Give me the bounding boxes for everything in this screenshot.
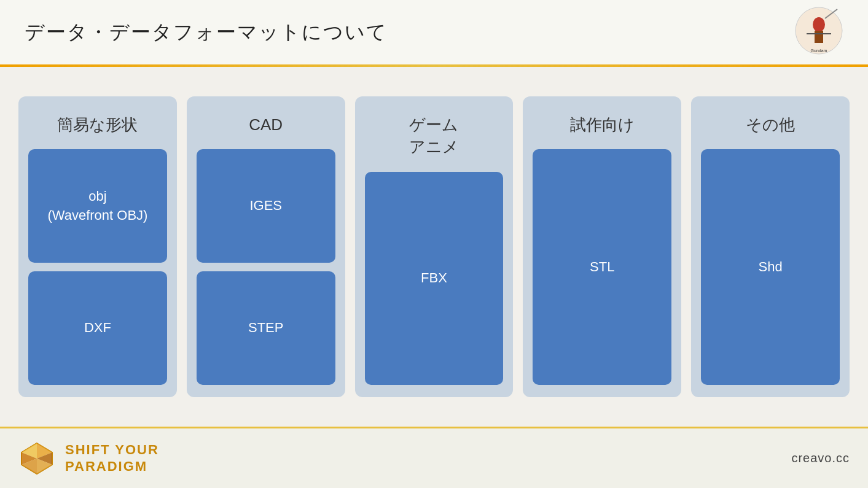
main-content: 簡易な形状 obj(Wavefront OBJ) DXF CAD IGES ST… (0, 67, 868, 427)
footer-logo-line1: SHIFT YOUR (65, 442, 159, 458)
header: データ・データフォーマットについて Gundam (0, 0, 868, 64)
format-obj: obj(Wavefront OBJ) (28, 149, 167, 263)
category-simple-shape: 簡易な形状 obj(Wavefront OBJ) DXF (18, 96, 177, 397)
svg-point-1 (813, 17, 825, 32)
footer-logo-line2: PARADIGM (65, 459, 159, 474)
svg-rect-2 (815, 31, 823, 43)
format-dxf: DXF (28, 271, 167, 385)
category-prototype: 試作向け STL (523, 96, 681, 397)
category-game-anime: ゲームアニメ FBX (355, 96, 514, 397)
category-title-prototype: 試作向け (570, 109, 635, 141)
header-logo: Gundam (794, 6, 843, 55)
category-title-simple: 簡易な形状 (57, 109, 138, 141)
category-other: その他 Shd (691, 96, 850, 397)
footer-logo-text: SHIFT YOUR PARADIGM (65, 442, 159, 474)
footer-right-text: creavo.cc (791, 451, 850, 465)
category-cad: CAD IGES STEP (187, 96, 345, 397)
footer: SHIFT YOUR PARADIGM creavo.cc (0, 427, 868, 488)
category-title-cad: CAD (249, 109, 283, 141)
footer-logo-icon (18, 440, 55, 477)
svg-text:Gundam: Gundam (811, 48, 827, 53)
category-title-other: その他 (746, 109, 795, 141)
format-fbx: FBX (365, 172, 504, 385)
format-stl: STL (533, 149, 671, 385)
format-iges: IGES (197, 149, 335, 263)
category-title-game: ゲームアニメ (409, 109, 459, 163)
format-shd: Shd (701, 149, 840, 385)
footer-logo-area: SHIFT YOUR PARADIGM (18, 440, 159, 477)
page-title: データ・データフォーマットについて (25, 19, 388, 46)
format-step: STEP (197, 271, 335, 385)
